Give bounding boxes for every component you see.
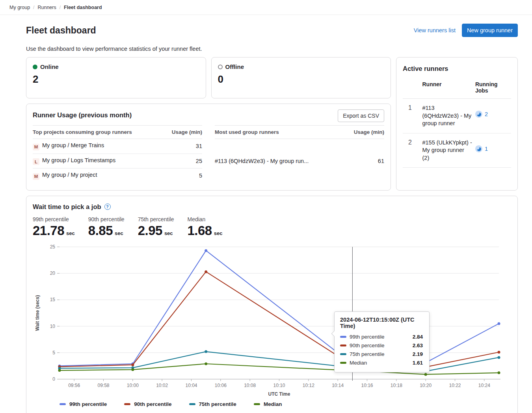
stat-unit: sec xyxy=(164,230,173,236)
running-status-icon xyxy=(475,145,482,152)
offline-status-icon xyxy=(218,65,223,69)
table-row: 1 #113 (6QHdzW2e3) - My group runner 2 xyxy=(403,99,511,133)
running-jobs-link[interactable]: 2 xyxy=(475,111,488,118)
svg-text:10:24: 10:24 xyxy=(478,383,490,388)
svg-text:10:20: 10:20 xyxy=(420,383,432,388)
table-row: LMy group / Logs Timestamps 25 xyxy=(33,154,202,169)
legend-swatch-75th xyxy=(189,403,195,405)
legend-item-median[interactable]: Median xyxy=(254,401,282,407)
stat-value: 8.85 xyxy=(88,223,113,238)
running-jobs-count: 1 xyxy=(485,146,488,152)
top-projects-table: Top projects consuming group runners Usa… xyxy=(33,125,202,183)
table-row: 2 #155 (ULkKYpkpt) - My group runner (2)… xyxy=(403,133,511,168)
legend-item-99th[interactable]: 99th percentile xyxy=(60,401,107,407)
tooltip-row: 90th percentile 2.63 xyxy=(340,341,423,350)
stat-median: Median 1.68sec xyxy=(187,216,222,238)
tooltip-title: 2024-06-12T10:15:00Z (UTC Time) xyxy=(340,317,423,329)
svg-text:25: 25 xyxy=(50,244,56,250)
series-swatch-75th xyxy=(340,353,346,355)
runner-rank: 1 xyxy=(403,99,420,133)
wait-time-chart[interactable]: 051015202509:5609:5810:0010:0210:0410:06… xyxy=(33,242,511,398)
chart-legend: 99th percentile 90th percentile 75th per… xyxy=(60,401,511,407)
column-header-usage-min: Usage (min) xyxy=(162,126,202,139)
project-usage: 25 xyxy=(162,154,202,169)
column-header-usage-min: Usage (min) xyxy=(343,126,384,139)
breadcrumb-my-group[interactable]: My group xyxy=(9,5,30,10)
svg-text:10:12: 10:12 xyxy=(303,383,314,388)
series-swatch-90th xyxy=(340,344,346,346)
svg-text:10:00: 10:00 xyxy=(127,383,139,388)
column-header-runner: Runner xyxy=(420,78,473,99)
project-usage: 5 xyxy=(162,169,202,183)
stat-value: 1.68 xyxy=(187,223,212,238)
running-status-icon xyxy=(475,111,482,118)
runner-usage-title: Runner Usage (previous month) xyxy=(33,111,384,119)
table-row: MMy group / Merge Trains 31 xyxy=(33,139,202,154)
breadcrumb-runners[interactable]: Runners xyxy=(37,5,56,10)
column-header-most-used-runners: Most used group runners xyxy=(215,126,343,139)
active-runners-title: Active runners xyxy=(403,65,511,72)
svg-text:10: 10 xyxy=(50,323,56,329)
series-swatch-median xyxy=(340,362,346,364)
view-runners-list-link[interactable]: View runners list xyxy=(414,27,456,33)
project-avatar: L xyxy=(33,158,39,165)
svg-text:10:04: 10:04 xyxy=(185,383,197,388)
offline-card: Offline 0 xyxy=(211,57,391,98)
svg-text:20: 20 xyxy=(50,270,56,276)
export-csv-button[interactable]: Export as CSV xyxy=(338,109,384,122)
active-runners-card: Active runners Runner Running Jobs 1 #11… xyxy=(396,57,518,191)
breadcrumb: My group / Runners / Fleet dashboard xyxy=(0,0,532,15)
table-row: #113 (6QHdzW2e3) - My group run... 61 xyxy=(215,139,384,183)
table-row: MMy group / My project 5 xyxy=(33,169,202,183)
offline-count: 0 xyxy=(218,73,385,85)
svg-text:UTC Time: UTC Time xyxy=(268,391,290,396)
series-swatch-99th xyxy=(340,336,346,338)
runner-name: #113 (6QHdzW2e3) - My group runner xyxy=(420,99,473,133)
project-name: My group / Logs Timestamps xyxy=(42,157,115,163)
running-jobs-link[interactable]: 1 xyxy=(475,145,488,152)
most-used-runners-table: Most used group runners Usage (min) #113… xyxy=(215,125,384,183)
stat-90th-percentile: 90th percentile 8.85sec xyxy=(88,216,125,238)
svg-text:10:10: 10:10 xyxy=(273,383,285,388)
runner-name: #113 (6QHdzW2e3) - My group run... xyxy=(215,139,343,183)
tooltip-row: 75th percentile 2.19 xyxy=(340,350,423,359)
column-header-top-projects: Top projects consuming group runners xyxy=(33,126,162,139)
runner-usage-card: Runner Usage (previous month) Export as … xyxy=(26,104,391,191)
legend-swatch-median xyxy=(254,403,260,405)
running-jobs-count: 2 xyxy=(485,111,488,117)
project-name: My group / My project xyxy=(42,172,97,178)
svg-text:0: 0 xyxy=(52,376,55,382)
tooltip-row: Median 1.61 xyxy=(340,359,423,367)
legend-item-90th[interactable]: 90th percentile xyxy=(124,401,171,407)
breadcrumb-separator: / xyxy=(33,5,34,10)
online-status-icon xyxy=(33,65,37,69)
stat-75th-percentile: 75th percentile 2.95sec xyxy=(138,216,174,238)
online-label: Online xyxy=(40,63,59,70)
svg-text:09:58: 09:58 xyxy=(97,383,109,388)
runner-name: #155 (ULkKYpkpt) - My group runner (2) xyxy=(420,133,473,168)
stat-value: 21.78 xyxy=(33,223,64,238)
page-header: Fleet dashboard View runners list New gr… xyxy=(26,24,518,37)
new-group-runner-button[interactable]: New group runner xyxy=(462,24,518,37)
project-avatar: M xyxy=(33,173,39,180)
line-chart-canvas[interactable]: 051015202509:5609:5810:0010:0210:0410:06… xyxy=(33,242,512,396)
svg-text:5: 5 xyxy=(52,350,55,355)
online-count: 2 xyxy=(33,73,199,85)
project-usage: 31 xyxy=(162,139,202,154)
runner-rank: 2 xyxy=(403,133,420,168)
page-title: Fleet dashboard xyxy=(26,25,96,36)
chart-tooltip: 2024-06-12T10:15:00Z (UTC Time) 99th per… xyxy=(334,311,430,372)
project-avatar: M xyxy=(33,144,39,150)
stat-value: 2.95 xyxy=(138,223,162,238)
breadcrumb-fleet-dashboard: Fleet dashboard xyxy=(64,5,102,10)
svg-text:10:02: 10:02 xyxy=(156,383,168,388)
column-header-running-jobs: Running Jobs xyxy=(474,78,511,99)
svg-text:10:06: 10:06 xyxy=(215,383,227,388)
breadcrumb-separator: / xyxy=(60,5,61,10)
online-card: Online 2 xyxy=(26,57,206,98)
legend-swatch-90th xyxy=(124,403,130,405)
help-icon[interactable]: ? xyxy=(104,204,111,210)
active-runners-table: Runner Running Jobs 1 #113 (6QHdzW2e3) -… xyxy=(403,78,511,168)
project-name: My group / Merge Trains xyxy=(42,142,104,148)
legend-item-75th[interactable]: 75th percentile xyxy=(189,401,236,407)
